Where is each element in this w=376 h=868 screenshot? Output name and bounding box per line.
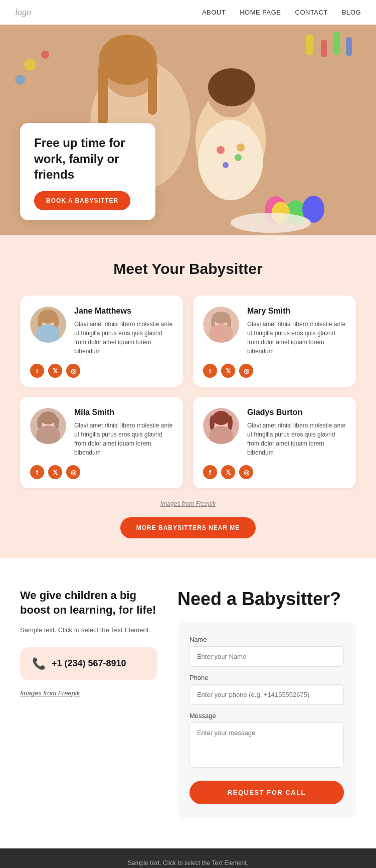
card-top-2: Mary Smith Glavi amet ritnisl libero mol… bbox=[203, 307, 346, 356]
babysitter-name-1: Jane Matthews bbox=[74, 307, 173, 316]
form-group-phone: Phone bbox=[190, 674, 344, 705]
svg-point-1 bbox=[24, 59, 36, 71]
message-input[interactable] bbox=[190, 722, 344, 768]
facebook-icon-1[interactable]: f bbox=[30, 364, 44, 378]
logo: logo bbox=[15, 7, 31, 18]
name-input[interactable] bbox=[190, 646, 344, 667]
nav-contact[interactable]: CONTACT bbox=[295, 9, 328, 16]
facebook-icon-2[interactable]: f bbox=[203, 364, 217, 378]
babysitter-name-2: Mary Smith bbox=[247, 307, 346, 316]
message-label: Message bbox=[190, 712, 344, 719]
name-label: Name bbox=[190, 636, 344, 643]
form-group-message: Message bbox=[190, 712, 344, 770]
babysitter-bio-2: Glavi amet ritnisl libero molestie ante … bbox=[247, 320, 346, 356]
hero-heading: Free up time for work, family or friends bbox=[34, 135, 141, 182]
babysitter-name-3: Mila Smith bbox=[74, 408, 173, 417]
svg-point-15 bbox=[223, 162, 229, 168]
avatar-3 bbox=[30, 408, 66, 444]
instagram-icon-1[interactable]: ◎ bbox=[66, 364, 80, 378]
facebook-icon-4[interactable]: f bbox=[203, 465, 217, 479]
instagram-icon-3[interactable]: ◎ bbox=[66, 465, 80, 479]
svg-point-21 bbox=[231, 213, 311, 233]
contact-right: Need a Babysitter? Name Phone Message RE… bbox=[177, 589, 356, 818]
card-top-4: Gladys Burton Glavi amet ritnisl libero … bbox=[203, 408, 346, 457]
contact-left-heading: We give children a big boost on learning… bbox=[20, 589, 157, 617]
navbar: logo ABOUT HOME PAGE CONTACT BLOG bbox=[0, 0, 376, 25]
footer-text: Sample text. Click to select the Text El… bbox=[20, 859, 356, 866]
footer: Sample text. Click to select the Text El… bbox=[0, 848, 376, 868]
svg-rect-7 bbox=[98, 65, 108, 125]
svg-point-16 bbox=[237, 143, 245, 152]
freepik-left-note: Images from Freepik bbox=[20, 688, 157, 698]
babysitter-card-4: Gladys Burton Glavi amet ritnisl libero … bbox=[193, 397, 356, 488]
phone-input[interactable] bbox=[190, 684, 344, 705]
babysitter-card-2: Mary Smith Glavi amet ritnisl libero mol… bbox=[193, 296, 356, 387]
babysitter-bio-3: Glavi amet ritnisl libero molestie ante … bbox=[74, 421, 173, 457]
avatar-4 bbox=[203, 408, 239, 444]
contact-left: We give children a big boost on learning… bbox=[20, 589, 157, 710]
phone-label: Phone bbox=[190, 674, 344, 681]
card-top-1: Jane Matthews Glavi amet ritnisl libero … bbox=[30, 307, 173, 356]
social-icons-4: f 𝕏 ◎ bbox=[203, 465, 346, 479]
svg-point-13 bbox=[217, 146, 225, 154]
nav-home[interactable]: HOME PAGE bbox=[240, 9, 281, 16]
card-info-4: Gladys Burton Glavi amet ritnisl libero … bbox=[247, 408, 346, 457]
freepik-note: Images from Freepik bbox=[20, 500, 356, 507]
svg-point-12 bbox=[198, 120, 263, 200]
babysitter-card-1: Jane Matthews Glavi amet ritnisl libero … bbox=[20, 296, 183, 387]
svg-rect-24 bbox=[333, 32, 340, 55]
twitter-icon-3[interactable]: 𝕏 bbox=[48, 465, 62, 479]
svg-rect-25 bbox=[346, 37, 352, 56]
twitter-icon-4[interactable]: 𝕏 bbox=[221, 465, 235, 479]
avatar-2 bbox=[203, 307, 239, 343]
babysitter-name-4: Gladys Burton bbox=[247, 408, 346, 417]
babysitters-title: Meet Your Babysitter bbox=[20, 260, 356, 277]
svg-point-40 bbox=[40, 411, 57, 424]
twitter-icon-1[interactable]: 𝕏 bbox=[48, 364, 62, 378]
nav-about[interactable]: ABOUT bbox=[202, 9, 226, 16]
card-info-1: Jane Matthews Glavi amet ritnisl libero … bbox=[74, 307, 173, 356]
babysitters-section: Meet Your Babysitter Jane Matthews bbox=[0, 235, 376, 558]
card-info-2: Mary Smith Glavi amet ritnisl libero mol… bbox=[247, 307, 346, 356]
book-babysitter-button[interactable]: BOOK A BABYSITTER bbox=[34, 191, 130, 210]
svg-rect-22 bbox=[306, 35, 313, 55]
contact-form-card: Name Phone Message REQUEST FOR CALL bbox=[177, 622, 356, 818]
hero-text-card: Free up time for work, family or friends… bbox=[20, 123, 155, 220]
social-icons-2: f 𝕏 ◎ bbox=[203, 364, 346, 378]
babysitters-grid: Jane Matthews Glavi amet ritnisl libero … bbox=[20, 296, 356, 488]
nav-blog[interactable]: BLOG bbox=[342, 9, 361, 16]
contact-right-heading: Need a Babysitter? bbox=[177, 589, 356, 610]
svg-point-46 bbox=[213, 411, 230, 425]
nav-links: ABOUT HOME PAGE CONTACT BLOG bbox=[202, 9, 361, 16]
svg-point-2 bbox=[41, 51, 49, 59]
social-icons-3: f 𝕏 ◎ bbox=[30, 465, 173, 479]
facebook-icon-3[interactable]: f bbox=[30, 465, 44, 479]
babysitter-card-3: Mila Smith Glavi amet ritnisl libero mol… bbox=[20, 397, 183, 488]
social-icons-1: f 𝕏 ◎ bbox=[30, 364, 173, 378]
svg-rect-23 bbox=[321, 40, 327, 57]
card-top-3: Mila Smith Glavi amet ritnisl libero mol… bbox=[30, 408, 173, 457]
avatar-1 bbox=[30, 307, 66, 343]
twitter-icon-2[interactable]: 𝕏 bbox=[221, 364, 235, 378]
card-info-3: Mila Smith Glavi amet ritnisl libero mol… bbox=[74, 408, 173, 457]
contact-section: We give children a big boost on learning… bbox=[0, 558, 376, 848]
contact-left-body: Sample text. Click to select the Text El… bbox=[20, 625, 157, 635]
hero-section: Free up time for work, family or friends… bbox=[0, 25, 376, 235]
more-babysitters-button[interactable]: MORE BABYSITTERS NEAR ME bbox=[120, 517, 256, 538]
babysitter-bio-4: Glavi amet ritnisl libero molestie ante … bbox=[247, 421, 346, 457]
phone-icon: 📞 bbox=[32, 657, 46, 670]
svg-point-3 bbox=[15, 75, 25, 85]
svg-point-14 bbox=[235, 154, 242, 161]
request-call-button[interactable]: REQUEST FOR CALL bbox=[190, 781, 344, 804]
instagram-icon-2[interactable]: ◎ bbox=[239, 364, 253, 378]
phone-card: 📞 +1 (234) 567-8910 bbox=[20, 647, 157, 680]
hero-background: Free up time for work, family or friends… bbox=[0, 25, 376, 235]
contact-grid: We give children a big boost on learning… bbox=[20, 589, 356, 818]
form-group-name: Name bbox=[190, 636, 344, 667]
svg-rect-8 bbox=[148, 65, 157, 115]
instagram-icon-4[interactable]: ◎ bbox=[239, 465, 253, 479]
phone-number: +1 (234) 567-8910 bbox=[52, 658, 126, 669]
babysitter-bio-1: Glavi amet ritnisl libero molestie ante … bbox=[74, 320, 173, 356]
svg-point-11 bbox=[208, 68, 255, 106]
